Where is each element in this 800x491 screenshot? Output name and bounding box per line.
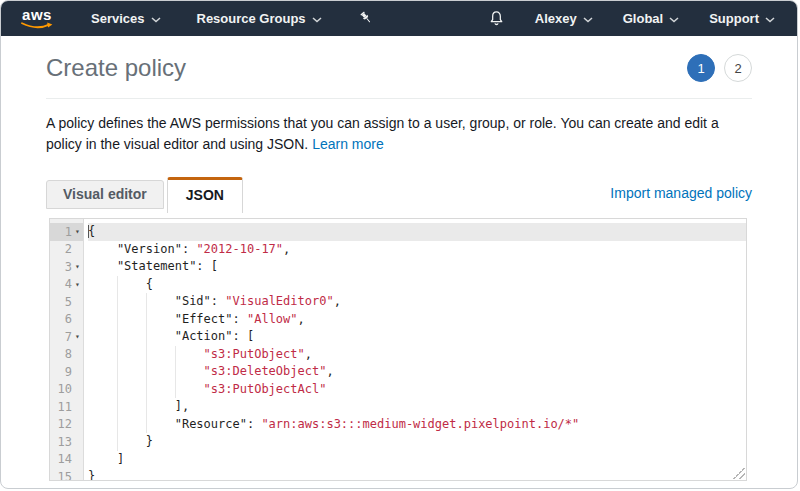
top-nav: aws Services Resource Groups — [1, 1, 797, 36]
nav-region-label: Global — [623, 11, 663, 26]
indent-guide — [175, 363, 176, 381]
nav-support-menu[interactable]: Support — [709, 11, 775, 26]
code-line[interactable]: } — [88, 433, 746, 451]
code-line[interactable]: ], — [88, 398, 746, 416]
step-indicator-2: 2 — [724, 54, 752, 82]
tabs-row: Visual editor JSON Import managed policy — [46, 177, 752, 213]
step-indicator-1: 1 — [687, 54, 715, 82]
indent-guide — [146, 293, 147, 311]
learn-more-link[interactable]: Learn more — [312, 136, 384, 152]
indent-guide — [117, 293, 118, 311]
import-managed-policy-link[interactable]: Import managed policy — [610, 185, 752, 201]
nav-region-menu[interactable]: Global — [623, 11, 679, 26]
main-content: Create policy 1 2 A policy defines the A… — [1, 54, 797, 481]
gutter-line-number: 9 — [50, 363, 83, 381]
gutter-line-number: 14 — [50, 451, 83, 469]
gutter-line-number: 10 — [50, 381, 83, 399]
indent-guide — [146, 311, 147, 329]
indent-guide — [146, 328, 147, 346]
code-line[interactable]: { — [88, 223, 746, 241]
indent-guide — [117, 363, 118, 381]
gutter-line-number: 7▾ — [50, 328, 83, 346]
code-line[interactable]: "Action": [ — [88, 328, 746, 346]
chevron-down-icon — [765, 17, 775, 23]
fold-arrow-icon[interactable]: ▾ — [72, 328, 83, 346]
gutter-line-number: 2 — [50, 241, 83, 259]
indent-guide — [175, 381, 176, 399]
nav-user-label: Alexey — [535, 11, 577, 26]
chevron-down-icon — [669, 17, 679, 23]
indent-guide — [117, 346, 118, 364]
fold-arrow-icon[interactable]: ▾ — [72, 258, 83, 276]
text-cursor — [88, 225, 89, 238]
notifications-button[interactable] — [488, 10, 505, 27]
code-area[interactable]: { "Version": "2012-10-17", "Statement": … — [84, 219, 746, 480]
code-line[interactable]: "s3:DeleteObject", — [88, 363, 746, 381]
gutter-line-number: 4▾ — [50, 276, 83, 294]
nav-left: aws Services Resource Groups — [21, 8, 373, 30]
gutter-line-number: 11 — [50, 398, 83, 416]
indent-guide — [175, 346, 176, 364]
fold-arrow-icon[interactable]: ▾ — [72, 223, 83, 241]
gutter-line-number: 1▾ — [50, 223, 83, 241]
gutter-line-number: 13 — [50, 433, 83, 451]
nav-support-label: Support — [709, 11, 759, 26]
indent-guide — [117, 433, 118, 451]
tab-visual-editor[interactable]: Visual editor — [46, 180, 164, 209]
pushpin-icon — [358, 11, 373, 26]
code-line[interactable]: "Sid": "VisualEditor0", — [88, 293, 746, 311]
code-line[interactable]: "Effect": "Allow", — [88, 311, 746, 329]
indent-guide — [117, 328, 118, 346]
fold-arrow-icon[interactable]: ▾ — [72, 276, 83, 294]
json-editor[interactable]: 1▾23▾4▾567▾89101112131415 { "Version": "… — [49, 218, 747, 481]
indent-guide — [146, 398, 147, 416]
indent-guide — [146, 416, 147, 434]
aws-smile-icon — [21, 22, 53, 30]
nav-right: Alexey Global Support — [488, 10, 775, 27]
code-line[interactable]: "Statement": [ — [88, 258, 746, 276]
gutter-line-number: 6 — [50, 311, 83, 329]
editor-resize-handle[interactable] — [733, 467, 745, 479]
indent-guide — [117, 276, 118, 294]
indent-guide — [117, 311, 118, 329]
indent-guide — [117, 416, 118, 434]
intro-text: A policy defines the AWS permissions tha… — [46, 113, 751, 155]
gutter-line-number: 8 — [50, 346, 83, 364]
gutter-line-number: 15 — [50, 468, 83, 481]
bell-icon — [488, 10, 505, 27]
chevron-down-icon — [151, 17, 161, 23]
chevron-down-icon — [583, 17, 593, 23]
code-line[interactable]: "Resource": "arn:aws:s3:::medium-widget.… — [88, 416, 746, 434]
aws-logo-text: aws — [22, 8, 52, 22]
nav-resource-groups-label: Resource Groups — [197, 11, 306, 26]
gutter-line-number: 12 — [50, 416, 83, 434]
code-line[interactable]: "Version": "2012-10-17", — [88, 241, 746, 259]
gutter-line-number: 3▾ — [50, 258, 83, 276]
indent-guide — [117, 381, 118, 399]
indent-guide — [146, 381, 147, 399]
page-title: Create policy — [46, 54, 186, 82]
wizard-steps: 1 2 — [678, 54, 752, 82]
indent-guide — [146, 363, 147, 381]
chevron-down-icon — [312, 17, 322, 23]
tab-json[interactable]: JSON — [167, 177, 243, 213]
app-window: aws Services Resource Groups — [0, 0, 798, 489]
code-line[interactable]: ] — [88, 451, 746, 469]
indent-guide — [117, 398, 118, 416]
gutter-line-number: 5 — [50, 293, 83, 311]
nav-services-label: Services — [91, 11, 145, 26]
nav-user-menu[interactable]: Alexey — [535, 11, 593, 26]
code-line[interactable]: "s3:PutObjectAcl" — [88, 381, 746, 399]
pin-button[interactable] — [358, 11, 373, 26]
indent-guide — [146, 346, 147, 364]
editor-gutter: 1▾23▾4▾567▾89101112131415 — [50, 219, 84, 480]
code-line[interactable]: "s3:PutObject", — [88, 346, 746, 364]
nav-services-menu[interactable]: Services — [91, 11, 161, 26]
aws-logo-button[interactable]: aws — [21, 8, 53, 30]
code-line[interactable]: } — [88, 468, 746, 480]
divider — [46, 98, 752, 99]
code-line[interactable]: { — [88, 276, 746, 294]
nav-resource-groups-menu[interactable]: Resource Groups — [197, 11, 322, 26]
